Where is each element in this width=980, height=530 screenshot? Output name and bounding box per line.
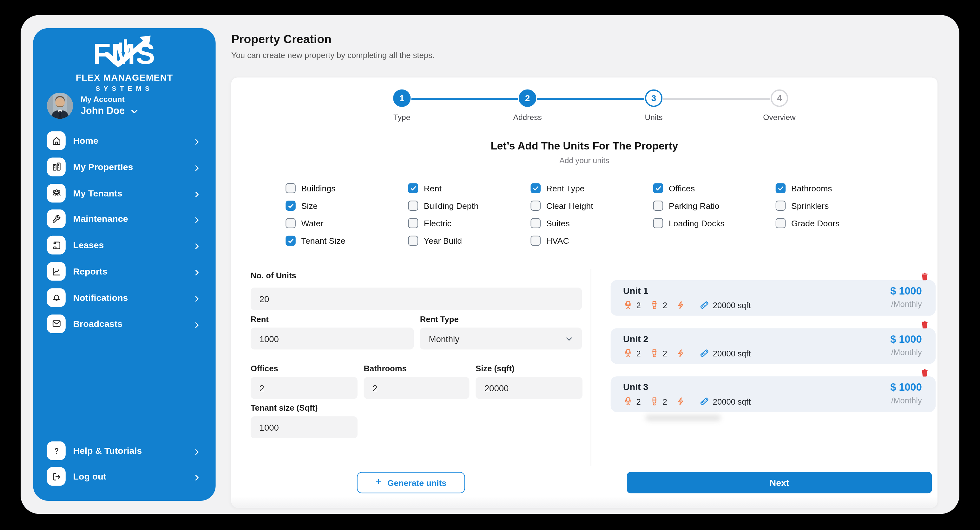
home-icon — [47, 131, 66, 150]
unit-stats: 2220000 sqft — [623, 396, 751, 407]
checkbox-label: Size — [301, 201, 318, 210]
chevron-right-icon — [193, 320, 201, 328]
checkbox-unchecked[interactable] — [776, 218, 786, 229]
form-units-divider — [591, 269, 591, 466]
checkbox-rent-type[interactable]: Rent Type — [531, 179, 653, 197]
reports-icon — [47, 262, 66, 280]
rent-type-label: Rent Type — [420, 315, 459, 324]
trash-icon[interactable] — [920, 320, 929, 330]
stepper-step-address[interactable]: 2Address — [490, 89, 565, 122]
sidebar-item-home[interactable]: Home — [47, 131, 202, 150]
checkbox-unchecked[interactable] — [653, 201, 663, 211]
checkbox-sprinklers[interactable]: Sprinklers — [776, 197, 898, 215]
sidebar-item-log-out[interactable]: Log out — [47, 467, 202, 486]
checkbox-label: Water — [301, 219, 324, 228]
checkbox-hvac[interactable]: HVAC — [531, 232, 653, 250]
trash-icon[interactable] — [920, 272, 929, 282]
unit-card-2: Unit 22220000 sqft$ 1000/Monthly — [611, 328, 935, 364]
stepper-step-type[interactable]: 1Type — [364, 89, 439, 122]
checkbox-offices[interactable]: Offices — [653, 179, 776, 197]
step-label: Type — [364, 113, 439, 122]
checkbox-unchecked[interactable] — [408, 218, 418, 229]
generate-units-button[interactable]: + Generate units — [357, 472, 465, 493]
checkbox-label: Offices — [669, 183, 695, 193]
checkbox-checked[interactable] — [653, 183, 663, 193]
chevron-right-icon — [193, 163, 201, 171]
checkbox-suites[interactable]: Suites — [531, 215, 653, 232]
bathrooms-label: Bathrooms — [364, 364, 407, 374]
ruler-icon — [700, 396, 710, 407]
checkbox-tenant-size[interactable]: Tenant Size — [286, 232, 408, 250]
checkbox-label: Suites — [546, 219, 570, 228]
page-header: Property Creation You can create new pro… — [231, 32, 434, 60]
next-button[interactable]: Next — [627, 472, 932, 493]
avatar — [47, 93, 73, 119]
checkbox-electric[interactable]: Electric — [408, 215, 530, 232]
rent-input[interactable]: 1000 — [251, 328, 414, 349]
checkbox-checked[interactable] — [286, 201, 296, 211]
checkbox-clear-height[interactable]: Clear Height — [531, 197, 653, 215]
checkbox-label: Year Build — [424, 236, 462, 246]
chevron-right-icon — [193, 294, 201, 301]
checkbox-bathrooms[interactable]: Bathrooms — [776, 179, 898, 197]
sidebar-item-my-tenants[interactable]: My Tenants — [47, 183, 202, 202]
checkbox-unchecked[interactable] — [531, 201, 541, 211]
sidebar-item-my-properties[interactable]: My Properties — [47, 158, 202, 176]
checkbox-rent[interactable]: Rent — [408, 179, 530, 197]
rent-type-value: Monthly — [429, 334, 460, 344]
field-size: Size (sqft) — [476, 364, 514, 374]
sidebar-item-help-tutorials[interactable]: Help & Tutorials — [47, 441, 202, 460]
offices-input[interactable]: 2 — [251, 377, 358, 399]
checkbox-checked[interactable] — [408, 183, 418, 193]
stepper-step-overview[interactable]: 4Overview — [742, 89, 817, 122]
checkbox-unchecked[interactable] — [776, 201, 786, 211]
checkbox-building-depth[interactable]: Building Depth — [408, 197, 530, 215]
checkbox-unchecked[interactable] — [531, 236, 541, 246]
checkbox-unchecked[interactable] — [653, 218, 663, 229]
checkbox-checked[interactable] — [286, 236, 296, 246]
sidebar-item-reports[interactable]: Reports — [47, 262, 202, 280]
checkbox-unchecked[interactable] — [531, 218, 541, 229]
unit-price: $ 1000 — [890, 285, 922, 297]
checkbox-year-build[interactable]: Year Build — [408, 232, 530, 250]
checkbox-loading-docks[interactable]: Loading Docks — [653, 215, 776, 232]
logout-icon — [47, 467, 66, 486]
page-title: Property Creation — [231, 32, 434, 46]
checkbox-checked[interactable] — [531, 183, 541, 193]
checkbox-label: Clear Height — [546, 201, 593, 210]
checkbox-parking-ratio[interactable]: Parking Ratio — [653, 197, 776, 215]
checkbox-checked[interactable] — [776, 183, 786, 193]
checkbox-unchecked[interactable] — [286, 183, 296, 193]
checkbox-unchecked[interactable] — [408, 201, 418, 211]
chevron-down-icon[interactable] — [130, 107, 138, 116]
checkbox-buildings[interactable]: Buildings — [286, 179, 408, 197]
trash-icon[interactable] — [920, 368, 929, 378]
sidebar-item-notifications[interactable]: Notifications — [47, 288, 202, 307]
unit-size: 20000 sqft — [713, 397, 751, 406]
no-of-units-input[interactable]: 20 — [251, 288, 582, 310]
logo-text: FMS — [74, 35, 174, 72]
sidebar: FMS FLEX MANAGEMENT SYSTEMS — [33, 28, 215, 501]
chevron-right-icon — [193, 447, 201, 455]
checkbox-grade-doors[interactable]: Grade Doors — [776, 215, 898, 232]
rent-type-select[interactable]: Monthly — [420, 328, 582, 349]
chevron-right-icon — [193, 473, 201, 480]
tenant-size-input[interactable]: 1000 — [251, 416, 358, 438]
sidebar-item-maintenance[interactable]: Maintenance — [47, 210, 202, 229]
checkbox-size[interactable]: Size — [286, 197, 408, 215]
checkbox-unchecked[interactable] — [286, 218, 296, 229]
bathrooms-input[interactable]: 2 — [364, 377, 469, 399]
sidebar-item-label: My Tenants — [73, 188, 122, 198]
brand-line2: SYSTEMS — [33, 84, 215, 92]
stepper-step-units[interactable]: 3Units — [616, 89, 691, 122]
sidebar-item-leases[interactable]: Leases — [47, 236, 202, 255]
account-widget[interactable]: My Account John Doe — [47, 93, 138, 119]
size-input[interactable]: 20000 — [476, 377, 582, 399]
field-rent-type: Rent Type — [420, 315, 459, 324]
sidebar-item-broadcasts[interactable]: Broadcasts — [47, 314, 202, 333]
chair-icon — [623, 396, 633, 407]
checkbox-unchecked[interactable] — [408, 236, 418, 246]
checkbox-water[interactable]: Water — [286, 215, 408, 232]
unit-offices-count: 2 — [636, 349, 641, 358]
unit-size: 20000 sqft — [713, 349, 751, 358]
